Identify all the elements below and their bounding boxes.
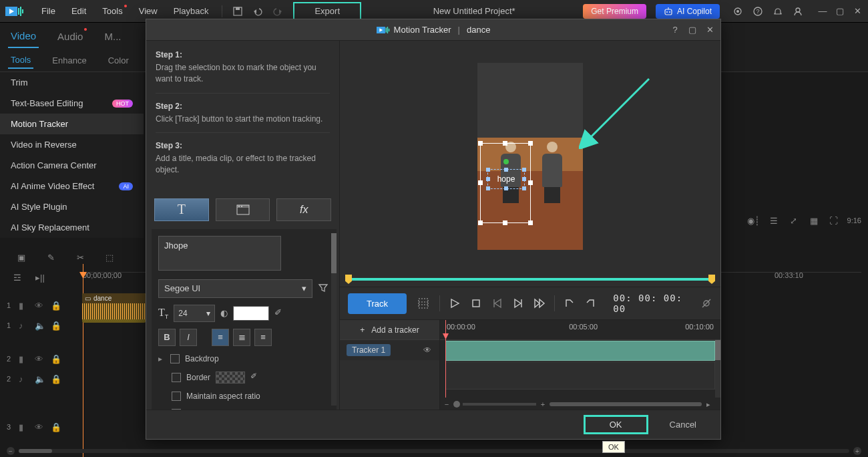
- menu-tools[interactable]: Tools: [95, 3, 129, 19]
- ok-button[interactable]: OK: [584, 415, 648, 434]
- font-select[interactable]: Segoe UI ▾: [158, 279, 312, 298]
- sidebar-item-motion-tracker[interactable]: Motion Tracker: [0, 114, 144, 134]
- title-text-input[interactable]: [158, 236, 281, 271]
- zoom-out-icon[interactable]: −: [7, 447, 15, 455]
- bell-icon[interactable]: [772, 5, 784, 17]
- settings-icon[interactable]: [732, 5, 744, 17]
- tracker-vscrollbar[interactable]: [715, 340, 720, 398]
- video-icon[interactable]: ▮: [19, 354, 28, 363]
- scroll-track[interactable]: [19, 449, 849, 453]
- cut-icon[interactable]: ✂: [72, 249, 88, 265]
- align-right-button[interactable]: ≡: [254, 329, 272, 346]
- resize-handle[interactable]: [478, 141, 483, 146]
- timeline-scrollbar[interactable]: − +: [7, 448, 861, 454]
- aspect-ratio[interactable]: 9:16: [847, 216, 861, 224]
- resize-handle[interactable]: [486, 186, 490, 190]
- scroll-thumb[interactable]: [715, 340, 720, 360]
- preview-area[interactable]: hope: [340, 41, 720, 272]
- redo-icon[interactable]: [272, 5, 284, 17]
- track-button[interactable]: Track: [348, 293, 407, 314]
- fast-forward-icon[interactable]: [533, 296, 546, 311]
- mute-icon[interactable]: 🔈: [35, 321, 44, 330]
- font-size-select[interactable]: 24▾: [174, 305, 215, 322]
- visible-icon[interactable]: 👁: [35, 422, 44, 432]
- lock-icon[interactable]: 🔒: [51, 321, 60, 330]
- visible-icon[interactable]: 👁: [35, 354, 44, 363]
- sidebar-item-trim[interactable]: Trim: [0, 72, 144, 93]
- menu-playback[interactable]: Playback: [167, 3, 216, 19]
- expand-caret-icon[interactable]: ▸: [158, 354, 162, 363]
- scroll-thumb[interactable]: [550, 402, 702, 406]
- stop-icon[interactable]: [469, 296, 483, 311]
- resize-handle[interactable]: [504, 186, 508, 190]
- lock-icon[interactable]: 🔒: [51, 301, 60, 310]
- user-icon[interactable]: [792, 5, 804, 17]
- timecode[interactable]: 00: 00: 00: 00: [613, 293, 692, 314]
- zoom-track[interactable]: [463, 403, 536, 406]
- lock-icon[interactable]: 🔒: [51, 354, 60, 363]
- range-end-handle[interactable]: [708, 275, 715, 284]
- unlink-icon[interactable]: [700, 297, 712, 309]
- resize-handle[interactable]: [528, 220, 533, 225]
- resize-handle[interactable]: [503, 141, 507, 146]
- attach-text-button[interactable]: T: [154, 198, 209, 221]
- undo-icon[interactable]: [252, 5, 264, 17]
- dialog-help-icon[interactable]: ?: [670, 25, 680, 35]
- list-icon[interactable]: ☰: [767, 214, 781, 227]
- zoom-in-icon[interactable]: +: [539, 400, 547, 408]
- subtab-enhance[interactable]: Enhance: [49, 53, 89, 68]
- tracker-empty-lane[interactable]: [445, 361, 715, 390]
- tracker-name[interactable]: Tracker 1: [347, 344, 391, 356]
- mark-out-icon[interactable]: [584, 296, 598, 311]
- fullscreen-icon[interactable]: ⛶: [827, 214, 841, 227]
- crop-tool-icon[interactable]: [415, 294, 431, 313]
- sidebar-item-ai-sky[interactable]: AI Sky Replacement: [0, 217, 144, 238]
- sidebar-item-text-edit[interactable]: Text-Based EditingHOT: [0, 93, 144, 114]
- zoom-out-icon[interactable]: −: [443, 400, 451, 408]
- minimize-icon[interactable]: —: [817, 6, 828, 17]
- slider-track[interactable]: [347, 278, 714, 281]
- resize-handle[interactable]: [478, 220, 483, 225]
- tracker-hscrollbar[interactable]: − + ▸: [443, 400, 712, 408]
- menu-view[interactable]: View: [132, 3, 164, 19]
- resize-handle[interactable]: [486, 168, 490, 172]
- add-tracker-button[interactable]: + Add a tracker: [340, 320, 439, 340]
- sidebar-item-ai-anime[interactable]: AI Anime Video EffectAI: [0, 176, 144, 196]
- scroll-thumb[interactable]: [19, 449, 52, 453]
- help-icon[interactable]: ?: [752, 5, 764, 17]
- dialog-close-icon[interactable]: ✕: [704, 25, 715, 35]
- dialog-titlebar[interactable]: Motion Tracker | dance ? ▢ ✕: [146, 19, 720, 41]
- border-texture-swatch[interactable]: [216, 371, 245, 384]
- visible-icon[interactable]: 👁: [35, 301, 44, 310]
- grid-icon[interactable]: ▦: [807, 214, 821, 227]
- tab-video[interactable]: Video: [8, 25, 39, 48]
- resize-handle[interactable]: [504, 168, 508, 172]
- props-scrollbar[interactable]: [331, 233, 337, 406]
- sidebar-item-ai-style[interactable]: AI Style Plugin: [0, 196, 144, 217]
- audio-icon[interactable]: ♪: [19, 321, 28, 330]
- align-center-button[interactable]: ≣: [233, 329, 250, 346]
- step-icon[interactable]: ▸||: [32, 269, 48, 285]
- align-left-button[interactable]: ≡: [212, 329, 229, 346]
- tab-audio[interactable]: Audio: [55, 25, 85, 47]
- resize-handle[interactable]: [503, 220, 507, 225]
- contrast-icon[interactable]: ◐: [220, 308, 228, 318]
- font-color-swatch[interactable]: [233, 306, 269, 321]
- video-icon[interactable]: ▮: [19, 422, 28, 432]
- resize-handle[interactable]: [522, 168, 526, 172]
- marker-icon[interactable]: ▣: [13, 249, 29, 265]
- zoom-icon[interactable]: ⤢: [787, 214, 801, 227]
- save-icon[interactable]: [232, 5, 244, 17]
- smooth-checkbox[interactable]: [172, 409, 181, 410]
- range-start-handle[interactable]: [345, 275, 352, 284]
- tab-more[interactable]: M...: [101, 25, 124, 47]
- pen-icon[interactable]: ✎: [43, 249, 59, 265]
- mark-in-icon[interactable]: [563, 296, 576, 311]
- play-icon[interactable]: [448, 296, 461, 311]
- subtab-color[interactable]: Color: [105, 53, 132, 68]
- tracker-playhead[interactable]: [445, 320, 446, 398]
- subtab-tools[interactable]: Tools: [8, 52, 33, 69]
- attach-media-button[interactable]: [216, 198, 270, 221]
- backdrop-checkbox[interactable]: [170, 354, 180, 363]
- lock-icon[interactable]: 🔒: [51, 422, 60, 432]
